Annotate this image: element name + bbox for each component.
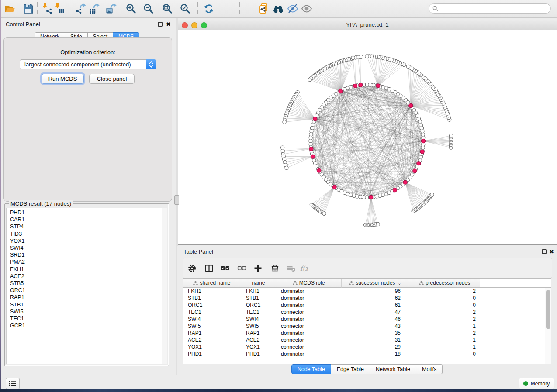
table-scrollbar-thumb[interactable] — [546, 290, 550, 329]
table-row[interactable]: ORC1ORC1dominator610 — [183, 302, 551, 309]
cell-name[interactable]: STB1 — [241, 295, 276, 301]
network-window-titlebar[interactable]: YPA_prune.txt_1 — [178, 20, 557, 30]
cell-name[interactable]: YOX1 — [241, 344, 276, 350]
mcds-result-item[interactable]: STP4 — [7, 223, 167, 230]
cell-predecessor-nodes[interactable]: 2 — [409, 309, 480, 315]
column-header-MCDS-role[interactable]: MCDS role — [276, 279, 342, 288]
table-row[interactable]: PHD1PHD1dominator180 — [183, 351, 551, 358]
tab-node-table[interactable]: Node Table — [291, 364, 331, 374]
cell-predecessor-nodes[interactable]: 0 — [409, 295, 480, 301]
cell-name[interactable]: ACE2 — [241, 337, 276, 343]
cell-predecessor-nodes[interactable]: 2 — [409, 330, 480, 336]
cell-shared-name[interactable]: FKH1 — [183, 288, 241, 294]
column-header-predecessor-nodes[interactable]: predecessor nodes — [409, 279, 480, 288]
cell-shared-name[interactable]: PHD1 — [183, 351, 241, 357]
splitter-handle[interactable] — [174, 195, 179, 205]
tab-network-table[interactable]: Network Table — [370, 364, 416, 374]
cell-MCDS-role[interactable]: connector — [276, 344, 342, 350]
hide-details-button[interactable] — [286, 3, 299, 15]
mcds-result-item[interactable]: STB1 — [7, 301, 167, 308]
table-scrollbar[interactable] — [545, 288, 551, 364]
cell-shared-name[interactable]: ORC1 — [183, 302, 241, 308]
cell-shared-name[interactable]: TEC1 — [183, 309, 241, 315]
binoculars-button[interactable] — [272, 3, 285, 15]
cell-successor-nodes[interactable]: 43 — [342, 323, 409, 329]
import-table-button[interactable] — [53, 3, 66, 15]
mcds-result-item[interactable]: SRD1 — [7, 251, 167, 258]
table-row[interactable]: RAP1RAP1dominator352 — [183, 330, 551, 337]
cell-successor-nodes[interactable]: 62 — [342, 295, 409, 301]
cell-successor-nodes[interactable]: 46 — [342, 316, 409, 322]
mcds-result-item[interactable]: SWI4 — [7, 244, 167, 251]
mcds-result-item[interactable]: RAP1 — [7, 294, 167, 301]
cell-name[interactable]: ORC1 — [241, 302, 276, 308]
close-panel-button[interactable]: Close panel — [89, 74, 135, 84]
refresh-view-button[interactable] — [202, 3, 215, 15]
close-panel-icon[interactable]: ✖ — [166, 22, 171, 27]
gear-button[interactable] — [187, 263, 197, 273]
mcds-result-item[interactable]: GCR1 — [7, 322, 167, 329]
table-row[interactable]: YOX1YOX1connector291 — [183, 344, 551, 351]
mcds-result-item[interactable]: PMA2 — [7, 258, 167, 265]
cell-predecessor-nodes[interactable]: 0 — [409, 351, 480, 357]
table-row[interactable]: SWI4SWI4dominator462 — [183, 316, 551, 323]
column-header-successor-nodes[interactable]: successor nodes⌄ — [342, 279, 409, 288]
cell-MCDS-role[interactable]: dominator — [276, 295, 342, 301]
mcds-list-scrollbar[interactable] — [162, 208, 167, 364]
export-network-button[interactable] — [74, 3, 87, 15]
cell-MCDS-role[interactable]: dominator — [276, 330, 342, 336]
cell-MCDS-role[interactable]: connector — [276, 309, 342, 315]
cell-successor-nodes[interactable]: 35 — [342, 330, 409, 336]
cell-MCDS-role[interactable]: dominator — [276, 288, 342, 294]
close-table-panel-icon[interactable]: ✖ — [549, 249, 554, 254]
cell-shared-name[interactable]: SWI4 — [183, 316, 241, 322]
cell-successor-nodes[interactable]: 31 — [342, 337, 409, 343]
mcds-result-item[interactable]: TEC1 — [7, 315, 167, 322]
table-row[interactable]: ACE2ACE2connector311 — [183, 337, 551, 344]
run-mcds-button[interactable]: Run MCDS — [42, 74, 84, 84]
tab-motifs[interactable]: Motifs — [416, 364, 443, 374]
cell-shared-name[interactable]: ACE2 — [183, 337, 241, 343]
mcds-result-item[interactable]: STB5 — [7, 280, 167, 287]
cell-name[interactable]: SWI4 — [241, 316, 276, 322]
search-box[interactable] — [429, 3, 551, 14]
deselect-all-button[interactable] — [236, 263, 247, 273]
optimization-criterion-select[interactable]: largest connected component (undirected) — [20, 59, 156, 69]
show-details-button[interactable] — [300, 3, 313, 15]
zoom-out-button[interactable] — [142, 3, 155, 15]
column-header-name[interactable]: name — [241, 279, 276, 288]
search-input[interactable] — [438, 6, 550, 12]
task-history-button[interactable] — [6, 378, 20, 389]
cell-shared-name[interactable]: YOX1 — [183, 344, 241, 350]
table-row[interactable]: STB1STB1dominator620 — [183, 295, 551, 302]
import-network-button[interactable] — [40, 3, 53, 15]
cell-name[interactable]: PHD1 — [241, 351, 276, 357]
mcds-result-item[interactable]: SWI5 — [7, 308, 167, 315]
cell-MCDS-role[interactable]: dominator — [276, 316, 342, 322]
memory-button[interactable]: Memory — [519, 378, 554, 389]
table-row[interactable]: FKH1FKH1dominator962 — [183, 288, 551, 295]
cell-name[interactable]: RAP1 — [241, 330, 276, 336]
zoom-selected-button[interactable] — [179, 3, 192, 15]
share-document-button[interactable] — [257, 3, 270, 15]
mcds-result-item[interactable]: ORC1 — [7, 287, 167, 294]
float-panel-icon[interactable] — [158, 22, 163, 27]
cell-MCDS-role[interactable]: dominator — [276, 351, 342, 357]
cell-successor-nodes[interactable]: 47 — [342, 309, 409, 315]
add-button[interactable] — [253, 263, 263, 273]
delete-button[interactable] — [270, 263, 280, 273]
cell-shared-name[interactable]: RAP1 — [183, 330, 241, 336]
cell-predecessor-nodes[interactable]: 0 — [409, 302, 480, 308]
cell-predecessor-nodes[interactable]: 2 — [409, 288, 480, 294]
mcds-result-item[interactable]: YOX1 — [7, 237, 167, 244]
export-image-button[interactable] — [105, 3, 118, 15]
cell-successor-nodes[interactable]: 96 — [342, 288, 409, 294]
cell-predecessor-nodes[interactable]: 1 — [409, 337, 480, 343]
mcds-result-item[interactable]: CAR1 — [7, 216, 167, 223]
cell-successor-nodes[interactable]: 29 — [342, 344, 409, 350]
zoom-fit-button[interactable] — [161, 3, 174, 15]
mcds-result-item[interactable]: TID3 — [7, 230, 167, 237]
cell-shared-name[interactable]: STB1 — [183, 295, 241, 301]
column-selector-button[interactable] — [204, 263, 214, 273]
cell-predecessor-nodes[interactable]: 1 — [409, 323, 480, 329]
